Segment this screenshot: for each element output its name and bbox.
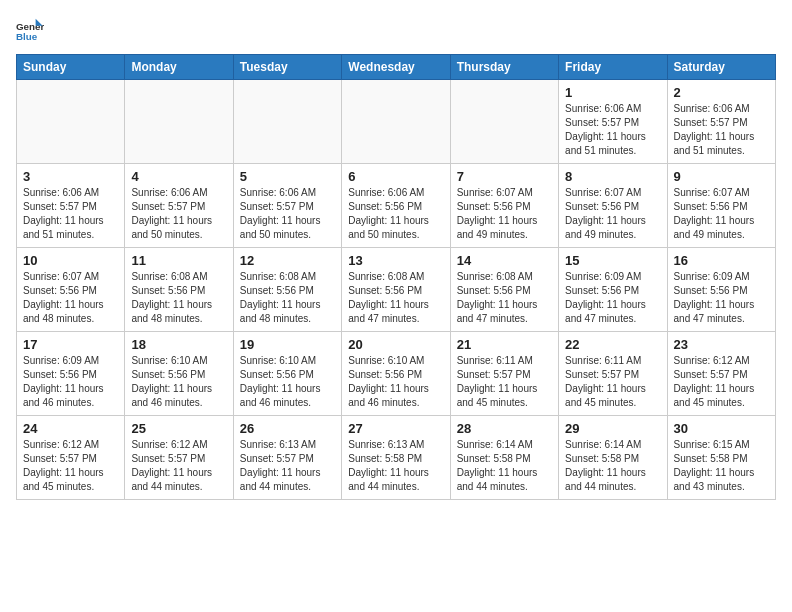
calendar-table: SundayMondayTuesdayWednesdayThursdayFrid… bbox=[16, 54, 776, 500]
day-number: 29 bbox=[565, 421, 660, 436]
day-number: 30 bbox=[674, 421, 769, 436]
calendar-cell: 24Sunrise: 6:12 AM Sunset: 5:57 PM Dayli… bbox=[17, 416, 125, 500]
day-number: 27 bbox=[348, 421, 443, 436]
day-info: Sunrise: 6:08 AM Sunset: 5:56 PM Dayligh… bbox=[348, 270, 443, 326]
calendar-cell: 27Sunrise: 6:13 AM Sunset: 5:58 PM Dayli… bbox=[342, 416, 450, 500]
calendar-cell: 28Sunrise: 6:14 AM Sunset: 5:58 PM Dayli… bbox=[450, 416, 558, 500]
day-number: 1 bbox=[565, 85, 660, 100]
day-number: 22 bbox=[565, 337, 660, 352]
calendar-cell: 14Sunrise: 6:08 AM Sunset: 5:56 PM Dayli… bbox=[450, 248, 558, 332]
calendar-cell: 13Sunrise: 6:08 AM Sunset: 5:56 PM Dayli… bbox=[342, 248, 450, 332]
calendar-cell: 21Sunrise: 6:11 AM Sunset: 5:57 PM Dayli… bbox=[450, 332, 558, 416]
day-info: Sunrise: 6:12 AM Sunset: 5:57 PM Dayligh… bbox=[23, 438, 118, 494]
calendar-cell: 2Sunrise: 6:06 AM Sunset: 5:57 PM Daylig… bbox=[667, 80, 775, 164]
day-number: 3 bbox=[23, 169, 118, 184]
day-info: Sunrise: 6:12 AM Sunset: 5:57 PM Dayligh… bbox=[131, 438, 226, 494]
calendar-cell: 26Sunrise: 6:13 AM Sunset: 5:57 PM Dayli… bbox=[233, 416, 341, 500]
svg-text:Blue: Blue bbox=[16, 31, 38, 42]
calendar-cell bbox=[233, 80, 341, 164]
day-number: 15 bbox=[565, 253, 660, 268]
day-info: Sunrise: 6:09 AM Sunset: 5:56 PM Dayligh… bbox=[674, 270, 769, 326]
day-number: 16 bbox=[674, 253, 769, 268]
day-number: 23 bbox=[674, 337, 769, 352]
day-info: Sunrise: 6:08 AM Sunset: 5:56 PM Dayligh… bbox=[457, 270, 552, 326]
day-info: Sunrise: 6:14 AM Sunset: 5:58 PM Dayligh… bbox=[457, 438, 552, 494]
day-number: 18 bbox=[131, 337, 226, 352]
day-number: 10 bbox=[23, 253, 118, 268]
day-number: 6 bbox=[348, 169, 443, 184]
calendar-cell: 15Sunrise: 6:09 AM Sunset: 5:56 PM Dayli… bbox=[559, 248, 667, 332]
day-number: 14 bbox=[457, 253, 552, 268]
week-row-4: 24Sunrise: 6:12 AM Sunset: 5:57 PM Dayli… bbox=[17, 416, 776, 500]
day-number: 24 bbox=[23, 421, 118, 436]
page: General Blue SundayMondayTuesdayWednesda… bbox=[0, 0, 792, 512]
day-number: 19 bbox=[240, 337, 335, 352]
day-number: 12 bbox=[240, 253, 335, 268]
week-row-1: 3Sunrise: 6:06 AM Sunset: 5:57 PM Daylig… bbox=[17, 164, 776, 248]
day-info: Sunrise: 6:08 AM Sunset: 5:56 PM Dayligh… bbox=[131, 270, 226, 326]
day-info: Sunrise: 6:11 AM Sunset: 5:57 PM Dayligh… bbox=[565, 354, 660, 410]
week-row-3: 17Sunrise: 6:09 AM Sunset: 5:56 PM Dayli… bbox=[17, 332, 776, 416]
calendar-cell: 6Sunrise: 6:06 AM Sunset: 5:56 PM Daylig… bbox=[342, 164, 450, 248]
day-number: 26 bbox=[240, 421, 335, 436]
day-info: Sunrise: 6:07 AM Sunset: 5:56 PM Dayligh… bbox=[674, 186, 769, 242]
calendar-cell: 18Sunrise: 6:10 AM Sunset: 5:56 PM Dayli… bbox=[125, 332, 233, 416]
calendar-body: 1Sunrise: 6:06 AM Sunset: 5:57 PM Daylig… bbox=[17, 80, 776, 500]
calendar-cell bbox=[17, 80, 125, 164]
calendar-cell: 1Sunrise: 6:06 AM Sunset: 5:57 PM Daylig… bbox=[559, 80, 667, 164]
day-info: Sunrise: 6:15 AM Sunset: 5:58 PM Dayligh… bbox=[674, 438, 769, 494]
day-number: 13 bbox=[348, 253, 443, 268]
day-info: Sunrise: 6:06 AM Sunset: 5:57 PM Dayligh… bbox=[131, 186, 226, 242]
day-info: Sunrise: 6:12 AM Sunset: 5:57 PM Dayligh… bbox=[674, 354, 769, 410]
day-info: Sunrise: 6:13 AM Sunset: 5:58 PM Dayligh… bbox=[348, 438, 443, 494]
day-info: Sunrise: 6:14 AM Sunset: 5:58 PM Dayligh… bbox=[565, 438, 660, 494]
day-info: Sunrise: 6:07 AM Sunset: 5:56 PM Dayligh… bbox=[565, 186, 660, 242]
day-info: Sunrise: 6:10 AM Sunset: 5:56 PM Dayligh… bbox=[131, 354, 226, 410]
day-number: 7 bbox=[457, 169, 552, 184]
calendar-cell: 3Sunrise: 6:06 AM Sunset: 5:57 PM Daylig… bbox=[17, 164, 125, 248]
calendar-cell: 5Sunrise: 6:06 AM Sunset: 5:57 PM Daylig… bbox=[233, 164, 341, 248]
day-info: Sunrise: 6:06 AM Sunset: 5:57 PM Dayligh… bbox=[23, 186, 118, 242]
day-number: 21 bbox=[457, 337, 552, 352]
day-number: 20 bbox=[348, 337, 443, 352]
day-number: 4 bbox=[131, 169, 226, 184]
calendar-cell: 30Sunrise: 6:15 AM Sunset: 5:58 PM Dayli… bbox=[667, 416, 775, 500]
day-number: 9 bbox=[674, 169, 769, 184]
calendar-cell: 23Sunrise: 6:12 AM Sunset: 5:57 PM Dayli… bbox=[667, 332, 775, 416]
logo-icon: General Blue bbox=[16, 16, 44, 44]
day-info: Sunrise: 6:07 AM Sunset: 5:56 PM Dayligh… bbox=[457, 186, 552, 242]
weekday-header-monday: Monday bbox=[125, 55, 233, 80]
weekday-header-thursday: Thursday bbox=[450, 55, 558, 80]
weekday-header-sunday: Sunday bbox=[17, 55, 125, 80]
day-info: Sunrise: 6:06 AM Sunset: 5:57 PM Dayligh… bbox=[240, 186, 335, 242]
week-row-0: 1Sunrise: 6:06 AM Sunset: 5:57 PM Daylig… bbox=[17, 80, 776, 164]
day-info: Sunrise: 6:13 AM Sunset: 5:57 PM Dayligh… bbox=[240, 438, 335, 494]
calendar-cell: 10Sunrise: 6:07 AM Sunset: 5:56 PM Dayli… bbox=[17, 248, 125, 332]
calendar-cell: 25Sunrise: 6:12 AM Sunset: 5:57 PM Dayli… bbox=[125, 416, 233, 500]
weekday-header-friday: Friday bbox=[559, 55, 667, 80]
calendar-cell: 20Sunrise: 6:10 AM Sunset: 5:56 PM Dayli… bbox=[342, 332, 450, 416]
day-info: Sunrise: 6:06 AM Sunset: 5:57 PM Dayligh… bbox=[674, 102, 769, 158]
day-info: Sunrise: 6:07 AM Sunset: 5:56 PM Dayligh… bbox=[23, 270, 118, 326]
day-info: Sunrise: 6:08 AM Sunset: 5:56 PM Dayligh… bbox=[240, 270, 335, 326]
day-number: 11 bbox=[131, 253, 226, 268]
calendar-cell: 12Sunrise: 6:08 AM Sunset: 5:56 PM Dayli… bbox=[233, 248, 341, 332]
calendar-cell bbox=[125, 80, 233, 164]
day-number: 28 bbox=[457, 421, 552, 436]
calendar-cell: 8Sunrise: 6:07 AM Sunset: 5:56 PM Daylig… bbox=[559, 164, 667, 248]
calendar-cell: 17Sunrise: 6:09 AM Sunset: 5:56 PM Dayli… bbox=[17, 332, 125, 416]
day-info: Sunrise: 6:10 AM Sunset: 5:56 PM Dayligh… bbox=[240, 354, 335, 410]
calendar-cell: 16Sunrise: 6:09 AM Sunset: 5:56 PM Dayli… bbox=[667, 248, 775, 332]
day-info: Sunrise: 6:06 AM Sunset: 5:56 PM Dayligh… bbox=[348, 186, 443, 242]
calendar-cell: 29Sunrise: 6:14 AM Sunset: 5:58 PM Dayli… bbox=[559, 416, 667, 500]
calendar-cell: 11Sunrise: 6:08 AM Sunset: 5:56 PM Dayli… bbox=[125, 248, 233, 332]
calendar-header: SundayMondayTuesdayWednesdayThursdayFrid… bbox=[17, 55, 776, 80]
weekday-header-tuesday: Tuesday bbox=[233, 55, 341, 80]
day-info: Sunrise: 6:09 AM Sunset: 5:56 PM Dayligh… bbox=[23, 354, 118, 410]
calendar-cell: 4Sunrise: 6:06 AM Sunset: 5:57 PM Daylig… bbox=[125, 164, 233, 248]
day-info: Sunrise: 6:06 AM Sunset: 5:57 PM Dayligh… bbox=[565, 102, 660, 158]
logo-area: General Blue bbox=[16, 16, 48, 44]
weekday-header-row: SundayMondayTuesdayWednesdayThursdayFrid… bbox=[17, 55, 776, 80]
calendar-cell: 19Sunrise: 6:10 AM Sunset: 5:56 PM Dayli… bbox=[233, 332, 341, 416]
day-info: Sunrise: 6:10 AM Sunset: 5:56 PM Dayligh… bbox=[348, 354, 443, 410]
